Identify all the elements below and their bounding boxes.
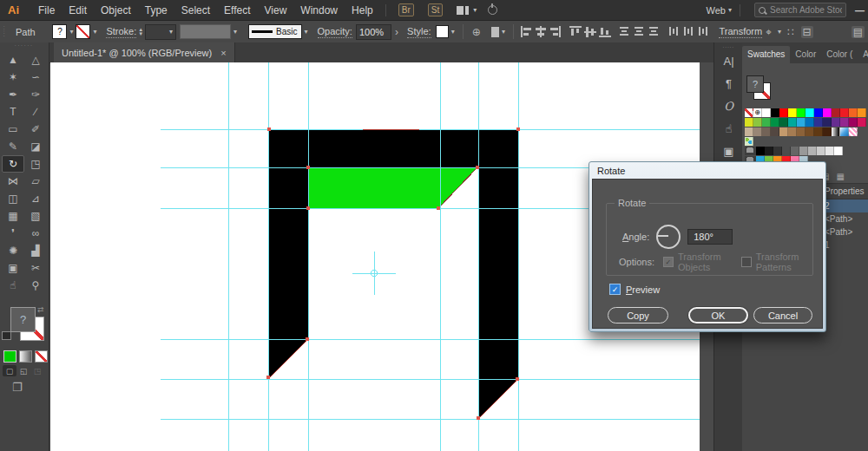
align-hcenter-icon[interactable] [535, 26, 547, 37]
blend-tool[interactable]: ∞ [24, 225, 47, 242]
search-input[interactable]: Search Adobe Stock [754, 3, 846, 17]
opentype-panel-icon[interactable]: O [714, 95, 743, 117]
swatch[interactable] [808, 147, 817, 155]
layer-row[interactable]: 1 [821, 239, 868, 252]
eyedropper-tool[interactable]: ❜ [2, 225, 24, 242]
default-fill-stroke-icon[interactable] [2, 331, 11, 340]
panel-grip[interactable]: ∙∙∙∙∙∙ [0, 42, 49, 49]
rotate-tool[interactable]: ↻ [2, 155, 24, 173]
swatch[interactable] [756, 147, 765, 155]
cancel-button[interactable]: Cancel [753, 307, 812, 324]
copy-button[interactable]: Copy [608, 307, 668, 324]
swatch[interactable] [773, 147, 782, 155]
swatch[interactable] [753, 127, 762, 136]
column-graph-tool[interactable]: ▟ [24, 242, 47, 259]
layer-row[interactable]: 2 [821, 199, 868, 212]
swatch[interactable] [753, 118, 762, 127]
folder-icon[interactable]: ▦ [836, 172, 844, 181]
menu-effect[interactable]: Effect [217, 4, 257, 16]
swatch[interactable] [745, 137, 753, 146]
swatch[interactable] [817, 147, 825, 155]
transform-patterns-checkbox[interactable] [741, 257, 752, 267]
transform-objects-checkbox[interactable]: ✓ [663, 257, 674, 267]
document-tab[interactable]: Untitled-1* @ 100% (RGB/Preview) × [54, 42, 235, 62]
character-panel-icon[interactable]: A| [714, 49, 743, 72]
align-right-icon[interactable] [549, 26, 562, 37]
angle-input[interactable]: 180° [687, 229, 733, 245]
menu-edit[interactable]: Edit [62, 4, 94, 16]
swatch[interactable] [797, 108, 806, 117]
selection-tool[interactable]: ▲ [2, 51, 24, 69]
swatch[interactable] [745, 127, 753, 136]
chevron-down-icon[interactable]: ▾ [502, 28, 505, 36]
swatch[interactable] [806, 108, 814, 117]
screen-mode-icon[interactable]: ❐ [12, 381, 23, 394]
width-profile-select[interactable] [180, 24, 231, 39]
distribute-hcenter-icon[interactable] [682, 26, 694, 37]
draw-inside-icon[interactable]: ◳ [30, 365, 44, 376]
share-device-icon[interactable] [488, 5, 497, 15]
swatch[interactable] [840, 127, 849, 136]
swatch[interactable] [840, 108, 849, 117]
transform-label[interactable]: Transform [719, 26, 762, 38]
swatch[interactable] [814, 118, 823, 127]
magic-wand-tool[interactable]: ✶ [2, 69, 24, 86]
distribute-top-icon[interactable] [618, 26, 630, 37]
distribute-right-icon[interactable] [697, 26, 709, 37]
slice-tool[interactable]: ✂ [24, 259, 47, 277]
none-button[interactable] [35, 350, 48, 363]
color-button[interactable] [3, 350, 16, 363]
style-label[interactable]: Style: [407, 26, 431, 38]
swatch[interactable] [849, 118, 858, 127]
window-minimize-button[interactable]: — [855, 5, 865, 16]
align-bottom-icon[interactable] [599, 26, 611, 37]
swatch[interactable] [788, 118, 797, 127]
direct-selection-tool[interactable]: △ [24, 51, 47, 69]
rectangle-tool[interactable]: ▭ [2, 121, 24, 138]
distribute-vcenter-icon[interactable] [633, 26, 645, 37]
paragraph-panel-icon[interactable]: ¶ [714, 72, 743, 95]
swatch[interactable] [791, 147, 799, 155]
panel-grip[interactable]: ∙∙∙∙∙ [2, 26, 7, 37]
panel-options-icon[interactable]: ▤ [852, 26, 865, 38]
tab-color[interactable]: Color ( [821, 46, 858, 63]
symbols-panel-icon[interactable]: ☝ [714, 117, 743, 140]
swatch[interactable] [814, 127, 823, 136]
brush-definition-select[interactable]: Basic [248, 24, 301, 39]
opacity-panel-arrow[interactable]: › [395, 26, 398, 38]
angle-dial[interactable] [656, 225, 681, 249]
opacity-label[interactable]: Opacity: [318, 26, 352, 38]
stock-button[interactable]: St [428, 3, 443, 16]
swatch[interactable] [745, 108, 753, 117]
menu-file[interactable]: File [31, 4, 62, 16]
swatch[interactable] [799, 147, 808, 155]
menu-window[interactable]: Window [293, 4, 345, 16]
swatch[interactable] [762, 118, 771, 127]
swatch[interactable] [762, 108, 771, 117]
artboard-tool[interactable]: ▣ [2, 259, 24, 277]
draw-normal-icon[interactable]: ▢ [3, 365, 16, 376]
bridge-button[interactable]: Br [398, 3, 414, 16]
layer-row[interactable]: <Path> [821, 212, 868, 226]
close-icon[interactable]: × [220, 48, 226, 58]
chevron-down-icon[interactable]: ▾ [473, 6, 477, 14]
shaper-tool[interactable]: ✎ [2, 138, 24, 155]
swatch[interactable] [788, 127, 797, 136]
swatch[interactable] [797, 118, 806, 127]
swatch[interactable] [797, 127, 806, 136]
chevron-down-icon[interactable]: ▾ [778, 28, 781, 36]
swatch[interactable] [834, 147, 843, 155]
swatch[interactable] [782, 147, 791, 155]
swatch[interactable] [771, 118, 779, 127]
chevron-down-icon[interactable]: ▾ [451, 28, 455, 36]
shape-builder-tool[interactable]: ◫ [2, 190, 24, 207]
curvature-tool[interactable]: ✑ [24, 86, 47, 103]
swatch[interactable] [788, 108, 797, 117]
swatch[interactable] [762, 127, 771, 136]
chevron-down-icon[interactable]: ▾ [233, 28, 237, 36]
swatch[interactable] [858, 118, 866, 127]
swatch[interactable] [823, 118, 832, 127]
ok-button[interactable]: OK [688, 307, 748, 324]
menu-select[interactable]: Select [174, 4, 217, 16]
swatch[interactable] [765, 147, 773, 155]
